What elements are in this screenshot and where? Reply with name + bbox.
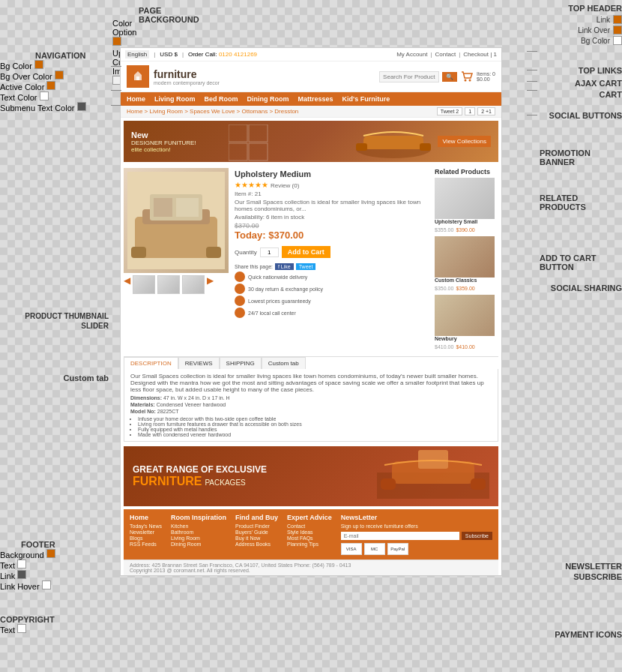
footer-text-swatch[interactable] xyxy=(17,560,26,568)
footer-col-buy: Find and Buy Product Finder Buyers' Guid… xyxy=(235,514,278,555)
svg-rect-5 xyxy=(229,143,247,160)
active-color-item: Active Color xyxy=(0,81,86,92)
related-img-2[interactable] xyxy=(435,236,495,278)
product-thumbnail-group: PRODUCT THUMBNAIL SLIDER xyxy=(0,311,109,331)
newsletter-form: Subscribe xyxy=(341,532,492,540)
link-over-item: Link Over xyxy=(543,26,622,34)
svg-rect-17 xyxy=(154,198,172,217)
visa-icon: VISA xyxy=(341,543,362,555)
cart-label: CART xyxy=(599,90,622,99)
related-item-3: Newbury $410.00 $410.00 xyxy=(435,295,498,350)
logo-row: furniture modern contemporary decor 🔍 It… xyxy=(121,62,501,92)
copyright-text-swatch[interactable] xyxy=(17,624,26,633)
svg-rect-21 xyxy=(381,478,396,490)
ajax-cart-label: AJAX CART xyxy=(575,79,622,88)
thumb-2[interactable] xyxy=(157,275,180,294)
thumb-1[interactable] xyxy=(133,275,155,294)
footer-bg-swatch[interactable] xyxy=(46,549,55,558)
next-thumb[interactable]: ▶ xyxy=(207,275,214,294)
bg-over-swatch[interactable] xyxy=(55,70,64,80)
top-header-title: TOP HEADER xyxy=(543,4,622,13)
quantity-input[interactable] xyxy=(260,248,279,257)
custom-tab-title: Custom tab xyxy=(0,374,109,382)
prev-thumb[interactable]: ◀ xyxy=(124,275,130,294)
footer-link-swatch[interactable] xyxy=(17,570,26,579)
logo: furniture modern contemporary decor xyxy=(127,65,220,88)
related-img-1[interactable] xyxy=(435,178,495,219)
svg-rect-22 xyxy=(471,478,486,490)
social-buttons-label: SOCIAL BUTTONS xyxy=(549,111,622,120)
paypal-icon: PayPal xyxy=(387,543,408,555)
top-right-links: My Account | Contact | Checkout | 1 xyxy=(396,51,497,58)
bg-color-header-swatch[interactable] xyxy=(613,36,622,45)
bg-color-swatch[interactable] xyxy=(34,60,43,69)
link-swatch[interactable] xyxy=(613,15,622,24)
tab-shipping[interactable]: SHIPPING xyxy=(220,357,262,369)
call-icon xyxy=(235,308,245,318)
text-color-swatch[interactable] xyxy=(40,92,49,100)
fb-like-btn[interactable]: f Like xyxy=(275,263,294,270)
search-button[interactable]: 🔍 xyxy=(442,72,457,82)
payment-icons-label: PAYMENT ICONS xyxy=(555,630,622,639)
tab-custom[interactable]: Custom tab xyxy=(262,357,306,369)
share-btn[interactable]: 2 +1 xyxy=(477,107,495,116)
like-btn[interactable]: 1 xyxy=(465,107,475,116)
color-option-item: Color Option xyxy=(112,19,141,47)
newsletter-box: NewsLetter Sign up to receive furniture … xyxy=(341,514,492,555)
add-to-cart-button[interactable]: Add to Cart xyxy=(282,246,330,258)
top-header-connector xyxy=(527,51,537,52)
footer: Home Today's News Newsletter Blogs RSS F… xyxy=(124,509,498,560)
social-buttons: Tweet 2 1 2 +1 xyxy=(437,107,495,116)
svg-rect-23 xyxy=(418,450,448,469)
footer-link-item: Link xyxy=(0,570,55,580)
tab-reviews[interactable]: REVIEWS xyxy=(178,357,220,369)
footer-link-hover-swatch[interactable] xyxy=(42,580,51,590)
promo-text: New DESIGNER FUNITURE! elite collection! xyxy=(131,130,196,153)
svg-rect-0 xyxy=(136,76,139,80)
footer-bottom: Address: 425 Brannan Street San Francisc… xyxy=(124,560,498,575)
svg-rect-6 xyxy=(249,143,268,160)
thumbnail-strip: ◀ ▶ xyxy=(124,275,229,294)
newsletter-subscribe-button[interactable]: Subscribe xyxy=(462,532,492,540)
product-tabs: DESCRIPTION REVIEWS SHIPPING Custom tab xyxy=(124,356,498,369)
svg-rect-8 xyxy=(363,136,423,149)
submenu-swatch[interactable] xyxy=(77,102,86,111)
svg-rect-14 xyxy=(131,247,146,258)
link-over-swatch[interactable] xyxy=(613,26,622,34)
svg-rect-9 xyxy=(356,143,367,151)
newsletter-input[interactable] xyxy=(341,532,459,540)
quantity-row: Quantity Add to Cart xyxy=(235,243,429,261)
search-input[interactable] xyxy=(379,71,439,82)
text-color-item: Text Color xyxy=(0,92,86,102)
view-collections-button[interactable]: View Collections xyxy=(438,136,491,147)
tab-description[interactable]: DESCRIPTION xyxy=(124,357,178,369)
lang-select[interactable]: English xyxy=(125,50,149,58)
newsletter-subscribe-label: NEWSLETTER SUBSCRIBE xyxy=(540,561,622,583)
top-links-label: TOP LINKS xyxy=(579,66,622,75)
thumb-3[interactable] xyxy=(182,275,205,294)
active-swatch[interactable] xyxy=(46,81,55,90)
footer-link-hover-item: Link Hover xyxy=(0,580,55,591)
stars: ★★★★★ Review (0) xyxy=(235,180,429,189)
related-img-3[interactable] xyxy=(435,295,495,336)
preview-area: English | USD $ | Order Call: 0120 41212… xyxy=(120,47,502,576)
return-icon xyxy=(235,284,245,294)
svg-rect-3 xyxy=(229,124,247,142)
footer-col-advice: Expert Advice Contact Style Ideas Most F… xyxy=(287,514,332,555)
payment-icons-row: VISA MC PayPal xyxy=(341,543,492,555)
tweet-btn[interactable]: Tweet xyxy=(296,263,316,270)
navigation-title: NAVIGATION xyxy=(0,51,86,60)
footer-col-home: Home Today's News Newsletter Blogs RSS F… xyxy=(130,514,162,555)
social-sharing-label: SOCIAL SHARING xyxy=(551,284,622,292)
page-background-label: PAGE BACKGROUND xyxy=(139,6,199,24)
text-connector xyxy=(111,105,121,106)
breadcrumb: Home > Living Room > Spaces We Love > Ot… xyxy=(121,106,501,118)
top-header-group: TOP HEADER Link Link Over Bg Color xyxy=(543,4,622,46)
description-content: Our Small Spaces collection is ideal for… xyxy=(124,369,498,442)
product-thumbnail-title: PRODUCT THUMBNAIL SLIDER xyxy=(0,311,109,331)
color-option-swatch[interactable] xyxy=(112,37,121,46)
tweet-btn[interactable]: Tweet 2 xyxy=(437,107,463,116)
related-item-2: Custom Classics $350.00 $359.00 xyxy=(435,236,498,292)
footer-text-item: Text xyxy=(0,560,55,570)
social-connector xyxy=(527,115,537,116)
